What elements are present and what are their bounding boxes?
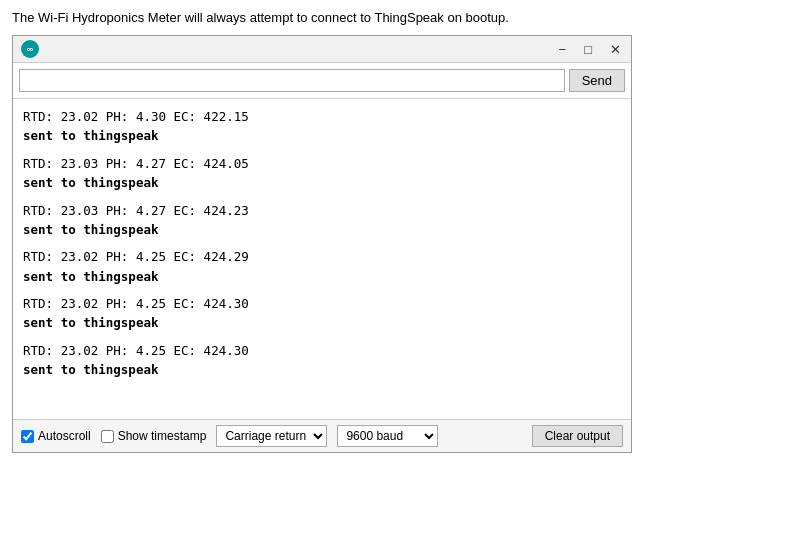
output-line: sent to thingspeak (23, 360, 621, 379)
output-group: RTD: 23.03 PH: 4.27 EC: 424.05sent to th… (23, 154, 621, 193)
output-line: RTD: 23.02 PH: 4.30 EC: 422.15 (23, 107, 621, 126)
minimize-button[interactable]: − (557, 43, 569, 56)
serial-output: RTD: 23.02 PH: 4.30 EC: 422.15sent to th… (13, 99, 631, 419)
show-timestamp-text: Show timestamp (118, 429, 207, 443)
arduino-logo-icon: ∞ (21, 40, 39, 58)
title-bar-left: ∞ (21, 40, 39, 58)
status-bar: Autoscroll Show timestamp No line ending… (13, 419, 631, 452)
output-line: sent to thingspeak (23, 313, 621, 332)
output-group: RTD: 23.02 PH: 4.25 EC: 424.29sent to th… (23, 247, 621, 286)
output-line: RTD: 23.02 PH: 4.25 EC: 424.30 (23, 341, 621, 360)
arduino-serial-monitor: ∞ − □ ✕ Send RTD: 23.02 PH: 4.30 EC: 422… (12, 35, 632, 453)
title-bar-controls: − □ ✕ (557, 43, 623, 56)
output-line: sent to thingspeak (23, 126, 621, 145)
autoscroll-checkbox[interactable] (21, 430, 34, 443)
autoscroll-text: Autoscroll (38, 429, 91, 443)
serial-input[interactable] (19, 69, 565, 92)
close-button[interactable]: ✕ (608, 43, 623, 56)
carriage-return-select[interactable]: No line endingNewlineCarriage returnBoth… (216, 425, 327, 447)
output-group: RTD: 23.02 PH: 4.30 EC: 422.15sent to th… (23, 107, 621, 146)
maximize-button[interactable]: □ (582, 43, 594, 56)
output-line: RTD: 23.02 PH: 4.25 EC: 424.30 (23, 294, 621, 313)
output-line: sent to thingspeak (23, 267, 621, 286)
title-bar: ∞ − □ ✕ (13, 36, 631, 63)
clear-output-button[interactable]: Clear output (532, 425, 623, 447)
output-group: RTD: 23.02 PH: 4.25 EC: 424.30sent to th… (23, 341, 621, 380)
output-line: sent to thingspeak (23, 173, 621, 192)
page-description: The Wi-Fi Hydroponics Meter will always … (12, 10, 780, 25)
output-line: RTD: 23.03 PH: 4.27 EC: 424.05 (23, 154, 621, 173)
output-group: RTD: 23.02 PH: 4.25 EC: 424.30sent to th… (23, 294, 621, 333)
autoscroll-label[interactable]: Autoscroll (21, 429, 91, 443)
output-group: RTD: 23.03 PH: 4.27 EC: 424.23sent to th… (23, 201, 621, 240)
show-timestamp-checkbox[interactable] (101, 430, 114, 443)
baud-rate-select[interactable]: 300 baud1200 baud2400 baud4800 baud9600 … (337, 425, 438, 447)
show-timestamp-label[interactable]: Show timestamp (101, 429, 207, 443)
output-line: sent to thingspeak (23, 220, 621, 239)
input-bar: Send (13, 63, 631, 99)
output-line: RTD: 23.02 PH: 4.25 EC: 424.29 (23, 247, 621, 266)
output-line: RTD: 23.03 PH: 4.27 EC: 424.23 (23, 201, 621, 220)
send-button[interactable]: Send (569, 69, 625, 92)
